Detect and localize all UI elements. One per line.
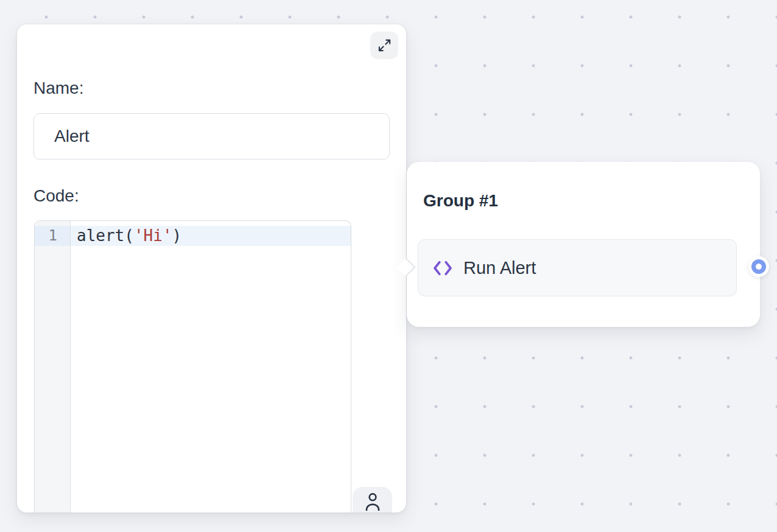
editor-content[interactable]: alert('Hi') [71,221,351,513]
expand-button[interactable] [370,32,398,59]
panel-content: Name: Code: 1 alert('Hi') [17,24,406,513]
code-line: alert('Hi') [71,226,351,246]
node-label: Run Alert [463,258,536,278]
line-number: 1 [35,226,70,246]
editor-gutter: 1 [35,221,71,513]
code-string-token: 'Hi' [134,226,172,245]
group-title: Group #1 [423,191,498,211]
code-token: alert( [77,226,134,245]
code-token: ) [172,226,182,245]
code-label: Code: [33,186,79,206]
user-button[interactable] [353,487,392,513]
name-label: Name: [33,78,83,99]
group-node-card[interactable]: Group #1 Run Alert [407,162,760,327]
connection-handle[interactable] [748,256,769,277]
node-editor-panel: Name: Code: 1 alert('Hi') [17,24,406,513]
expand-diagonal-icon [378,38,392,52]
name-input[interactable] [33,113,390,159]
node-run-alert[interactable]: Run Alert [418,239,737,296]
code-icon [432,260,453,276]
code-editor[interactable]: 1 alert('Hi') [34,220,351,513]
person-icon [363,491,382,513]
connection-handle-ring [751,259,766,274]
flow-canvas[interactable]: Name: Code: 1 alert('Hi') Gr [0,0,777,532]
